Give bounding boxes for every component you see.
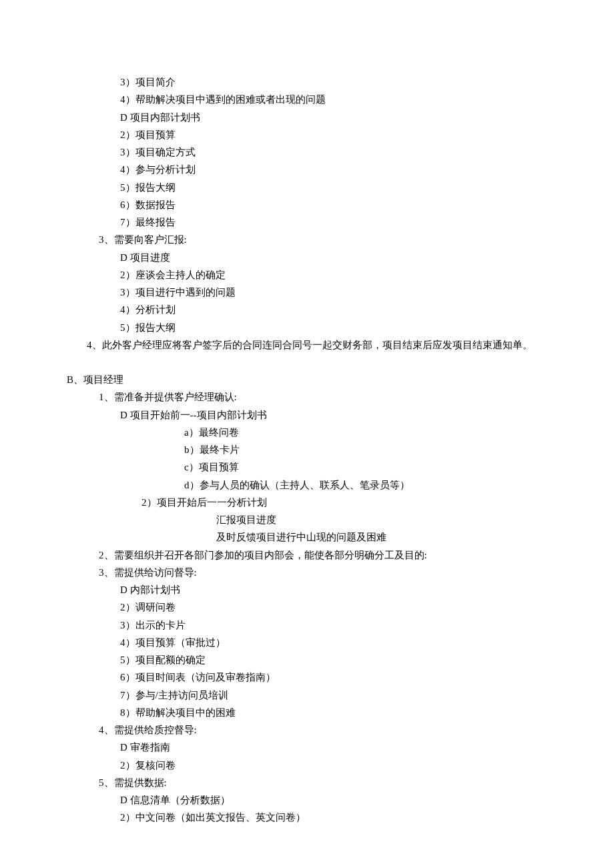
text-line: 4）项目预算（审批过） <box>67 634 547 651</box>
text-line: 4）分析计划 <box>67 301 547 318</box>
text-line: c）项目预算 <box>67 458 547 476</box>
text-line: 2、需要组织并召开各部门参加的项目内部会，能使各部分明确分工及目的: <box>67 546 547 564</box>
text-line: 3、需要向客户汇报: <box>67 231 547 248</box>
text-line: 2）中文问卷（如出英文报告、英文问卷） <box>67 809 547 826</box>
text-line: 5、需提供数据: <box>67 774 547 791</box>
text-line: D 项目内部计划书 <box>67 109 547 126</box>
text-line: 5）报告大纲 <box>67 319 547 336</box>
text-line: D 信息清单（分析数据） <box>67 791 547 809</box>
text-line: 3）项目确定方式 <box>67 143 547 161</box>
text-line: 8）帮助解决项目中的困难 <box>67 704 547 721</box>
text-line: 及时反馈项目进行中山现的问题及困难 <box>67 528 547 546</box>
text-line: D 审卷指南 <box>67 739 547 756</box>
text-line: 5）项目配额的确定 <box>67 651 547 669</box>
text-line: 2）项目开始后一一分析计划 <box>67 494 547 511</box>
text-line: D 内部计划书 <box>67 581 547 598</box>
text-line: a）最终问卷 <box>67 424 547 441</box>
text-line: 2）调研问卷 <box>67 598 547 616</box>
document-body: 3）项目简介4）帮助解决项目中遇到的困难或者出现的问题D 项目内部计划书2）项目… <box>67 73 547 827</box>
text-line: 3）出示的卡片 <box>67 616 547 634</box>
text-line: 5）报告大纲 <box>67 179 547 196</box>
text-line: 汇报项目进度 <box>67 511 547 528</box>
text-line: 2）座谈会主持人的确定 <box>67 266 547 284</box>
text-line: 2）项目预算 <box>67 126 547 143</box>
text-line: D 项目开始前一--项目内部计划书 <box>67 406 547 424</box>
text-line: 3）项目简介 <box>67 73 547 91</box>
text-line: b）最终卡片 <box>67 441 547 458</box>
text-line: 6）数据报告 <box>67 196 547 213</box>
text-line: 3、需提供给访问督导: <box>67 564 547 581</box>
text-line: 3）项目进行中遇到的问题 <box>67 284 547 301</box>
text-line: 4）帮助解决项目中遇到的困难或者出现的问题 <box>67 91 547 108</box>
text-line: d）参与人员的确认（主持人、联系人、笔录员等） <box>67 476 547 494</box>
text-line: B、项目经理 <box>67 371 547 388</box>
text-line: 4）参与分析计划 <box>67 161 547 178</box>
text-line: 4、此外客户经理应将客户签字后的合同连同合同号一起交财务部，项目结束后应发项目结… <box>67 336 547 354</box>
text-line: 2）复核问卷 <box>67 757 547 774</box>
text-line: 1、需准备并提供客户经理确认: <box>67 388 547 406</box>
text-line: D 项目进度 <box>67 249 547 266</box>
text-line: 4、需提供给质控督导: <box>67 721 547 739</box>
text-line: 6）项目时间表（访问及审卷指南） <box>67 669 547 686</box>
text-line: 7）最终报告 <box>67 213 547 231</box>
text-line: 7）参与/主持访问员培训 <box>67 687 547 704</box>
